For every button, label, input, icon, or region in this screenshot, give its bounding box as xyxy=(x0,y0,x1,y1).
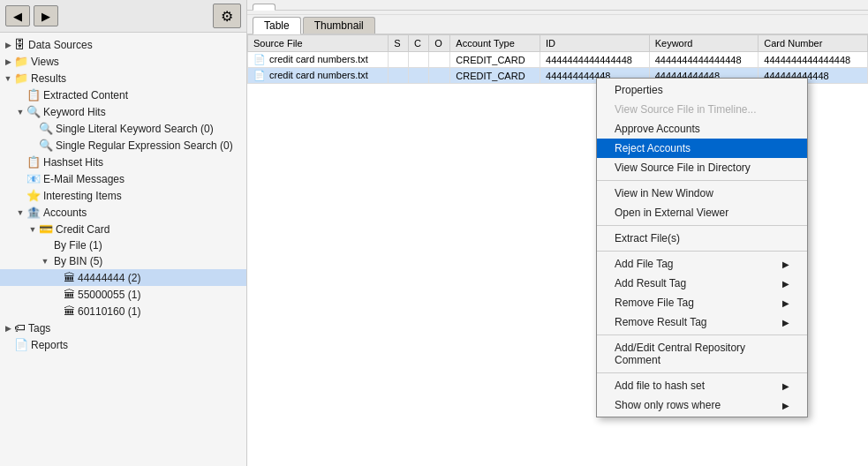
tree-item-email-messages[interactable]: 📧 E-Mail Messages xyxy=(0,170,246,187)
context-menu-item-properties[interactable]: Properties xyxy=(597,80,807,100)
context-menu: PropertiesView Source File in Timeline..… xyxy=(596,78,808,417)
expand-icon: ▶ xyxy=(4,57,12,66)
context-menu-label: Remove File Tag xyxy=(615,297,694,309)
tree-item-views[interactable]: ▶ 📁 Views xyxy=(0,53,246,70)
expand-icon: ▼ xyxy=(16,208,25,217)
context-menu-item-open-external[interactable]: Open in External Viewer xyxy=(597,203,807,222)
context-menu-item-remove-result-tag[interactable]: Remove Result Tag▶ xyxy=(597,312,807,332)
tree-node-icon: 📋 xyxy=(26,88,41,101)
listing-tab[interactable] xyxy=(253,4,275,11)
table-cell: CREDIT_CARD xyxy=(450,68,540,84)
context-menu-item-reject-accounts[interactable]: Reject Accounts xyxy=(597,139,807,158)
tree-node-label: Keyword Hits xyxy=(43,106,106,118)
table-cell: 4444444444444448 xyxy=(540,52,650,68)
file-icon: 📄 xyxy=(253,70,266,80)
tree-item-accounts[interactable]: ▼ 🏦 Accounts xyxy=(0,204,246,221)
context-menu-item-remove-file-tag[interactable]: Remove File Tag▶ xyxy=(597,293,807,312)
tree-node-icon: 💳 xyxy=(39,222,53,236)
table-row[interactable]: 📄credit card numbers.txtCREDIT_CARD44444… xyxy=(248,52,868,68)
source-file-value: credit card numbers.txt xyxy=(269,54,368,64)
tree-item-keyword-hits[interactable]: ▼ 🔍 Keyword Hits xyxy=(0,103,246,120)
context-menu-item-view-new-window[interactable]: View in New Window xyxy=(597,184,807,203)
context-menu-item-view-source-timeline: View Source File in Timeline... xyxy=(597,100,807,119)
tree-node-icon: 📧 xyxy=(26,172,41,185)
tree-node-icon: 🏷 xyxy=(14,321,26,334)
context-menu-item-add-file-hash-set[interactable]: Add file to hash set▶ xyxy=(597,376,807,395)
submenu-arrow-icon: ▶ xyxy=(782,298,789,308)
context-menu-item-show-only-rows[interactable]: Show only rows where▶ xyxy=(597,395,807,415)
table-cell: 4444444444444448 xyxy=(649,52,759,68)
table-cell: 📄credit card numbers.txt xyxy=(248,68,389,84)
context-menu-label: Open in External Viewer xyxy=(615,207,728,219)
tree-node-label: Extracted Content xyxy=(43,89,128,101)
forward-button[interactable]: ▶ xyxy=(34,5,58,26)
context-menu-label: Remove Result Tag xyxy=(615,316,707,328)
context-menu-label: Add File Tag xyxy=(615,258,674,270)
expand-icon: ▼ xyxy=(28,225,37,234)
tree-item-bin-55000055[interactable]: 🏛 55000055 (1) xyxy=(0,286,246,303)
table-cell xyxy=(389,68,409,84)
tree-item-extracted-content[interactable]: 📋 Extracted Content xyxy=(0,86,246,103)
tree-node-icon: 📄 xyxy=(14,338,28,351)
column-header-card-number[interactable]: Card Number xyxy=(759,35,868,52)
tree-node-icon: ⭐ xyxy=(26,189,41,202)
expand-icon: ▼ xyxy=(4,74,12,83)
tree-item-reports[interactable]: 📄 Reports xyxy=(0,336,246,353)
tree-node-label: Views xyxy=(31,56,59,68)
tree-node-icon: 🏛 xyxy=(64,271,75,284)
column-header-account-type[interactable]: Account Type xyxy=(450,35,540,52)
submenu-arrow-icon: ▶ xyxy=(782,259,789,269)
view-tab-thumbnail[interactable]: Thumbnail xyxy=(303,17,375,34)
column-header-id[interactable]: ID xyxy=(540,35,650,52)
back-icon: ◀ xyxy=(13,10,22,23)
gear-icon: ⚙ xyxy=(221,8,233,25)
column-header-source-file[interactable]: Source File xyxy=(248,35,389,52)
column-header-keyword[interactable]: Keyword xyxy=(649,35,759,52)
tree-node-label: By BIN (5) xyxy=(54,255,102,267)
tree-node-label: Credit Card xyxy=(56,223,109,236)
tree-item-by-bin[interactable]: ▼ By BIN (5) xyxy=(0,253,246,269)
tree-node-icon: 📁 xyxy=(14,55,28,68)
tree-item-results[interactable]: ▼ 📁 Results xyxy=(0,70,246,86)
view-tabs: TableThumbnail xyxy=(247,15,868,34)
table-cell: CREDIT_CARD xyxy=(450,52,540,68)
tree-item-single-regex[interactable]: 🔍 Single Regular Expression Search (0) xyxy=(0,137,246,154)
tree-node-icon: 🔍 xyxy=(39,139,53,152)
expand-icon: ▶ xyxy=(4,41,12,49)
context-menu-item-approve-accounts[interactable]: Approve Accounts xyxy=(597,119,807,139)
context-menu-item-add-file-tag[interactable]: Add File Tag▶ xyxy=(597,254,807,274)
expand-icon: ▼ xyxy=(41,257,49,266)
view-tab-table[interactable]: Table xyxy=(253,17,301,34)
context-menu-item-extract-files[interactable]: Extract File(s) xyxy=(597,229,807,248)
tree-node-icon: 📋 xyxy=(26,155,41,169)
table-cell xyxy=(408,52,428,68)
tree-node-icon: 🔍 xyxy=(26,105,41,118)
tree-node-label: Single Regular Expression Search (0) xyxy=(56,139,233,152)
tree-item-by-file[interactable]: By File (1) xyxy=(0,237,246,253)
tree-item-tags[interactable]: ▶ 🏷 Tags xyxy=(0,319,246,336)
context-menu-item-add-result-tag[interactable]: Add Result Tag▶ xyxy=(597,274,807,293)
context-menu-item-add-edit-central[interactable]: Add/Edit Central Repository Comment xyxy=(597,338,807,370)
tree-item-hashset-hits[interactable]: 📋 Hashset Hits xyxy=(0,154,246,170)
back-button[interactable]: ◀ xyxy=(5,5,30,26)
tree-item-single-literal[interactable]: 🔍 Single Literal Keyword Search (0) xyxy=(0,120,246,137)
tree-node-label: Hashset Hits xyxy=(43,156,103,169)
tree-item-data-sources[interactable]: ▶ 🗄 Data Sources xyxy=(0,36,246,53)
forward-icon: ▶ xyxy=(42,10,50,23)
tree-node-label: 60110160 (1) xyxy=(78,305,140,318)
table-cell: 📄credit card numbers.txt xyxy=(248,52,389,68)
context-menu-label: Add/Edit Central Repository Comment xyxy=(615,342,789,366)
tree-item-bin-60110160[interactable]: 🏛 60110160 (1) xyxy=(0,303,246,319)
tree-item-credit-card[interactable]: ▼ 💳 Credit Card xyxy=(0,221,246,237)
tree-item-interesting-items[interactable]: ⭐ Interesting Items xyxy=(0,187,246,204)
context-menu-item-view-source-directory[interactable]: View Source File in Directory xyxy=(597,158,807,177)
tree-node-label: 55000055 (1) xyxy=(78,289,140,301)
tree-node-icon: 🏦 xyxy=(26,206,41,219)
column-header-o[interactable]: O xyxy=(429,35,450,52)
tree-node-icon: 📁 xyxy=(14,71,28,85)
column-header-s[interactable]: S xyxy=(389,35,409,52)
tree-item-bin-44444444[interactable]: 🏛 44444444 (2) xyxy=(0,269,246,286)
settings-button[interactable]: ⚙ xyxy=(213,4,241,28)
column-header-c[interactable]: C xyxy=(408,35,428,52)
table-cell: 4444444444444448 xyxy=(759,52,868,68)
